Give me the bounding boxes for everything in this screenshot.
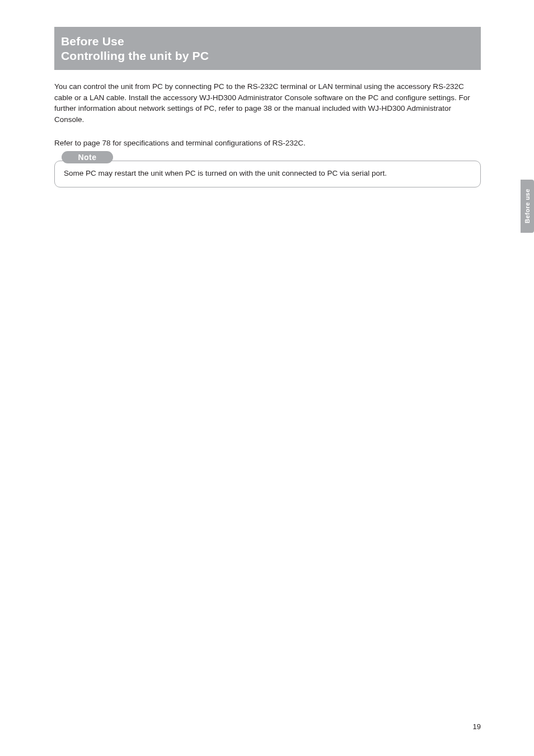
header-title: Before Use <box>61 35 481 48</box>
note-text: Some PC may restart the unit when PC is … <box>64 169 472 177</box>
side-tab: Before use <box>521 180 534 233</box>
intro-paragraph: You can control the unit from PC by conn… <box>54 81 481 125</box>
page: Before Use Controlling the unit by PC Yo… <box>0 0 534 756</box>
note-label: Note <box>62 151 113 163</box>
header-bar: Before Use Controlling the unit by PC <box>54 27 481 70</box>
reference-line: Refer to page 78 for specifications and … <box>54 138 481 149</box>
page-number: 19 <box>473 722 481 731</box>
header-subtitle: Controlling the unit by PC <box>61 49 481 63</box>
